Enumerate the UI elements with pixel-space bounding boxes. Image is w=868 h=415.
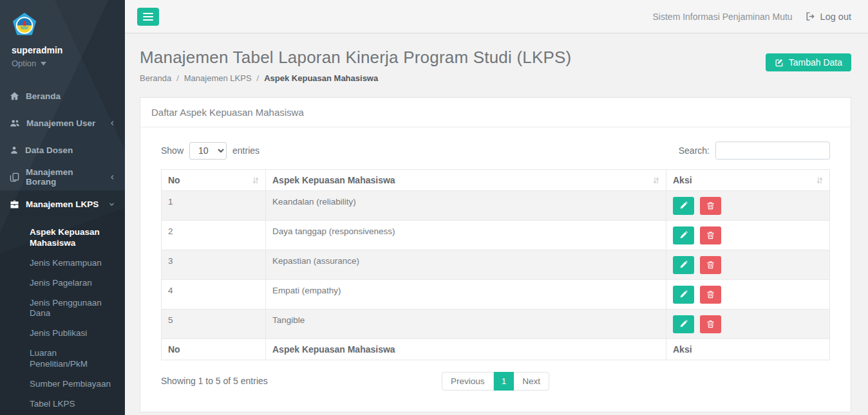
main-area: Sistem Informasi Penjaminan Mutu Log out… <box>125 0 868 415</box>
submenu-item-aspek-kepuasan-mahasiswa[interactable]: Aspek Kepuasan Mahasiswa <box>0 223 115 254</box>
breadcrumb-separator: / <box>176 73 179 83</box>
edit-button[interactable] <box>673 286 694 304</box>
submenu-item-jenis-penggunaan-dana[interactable]: Jenis Penggunaan Dana <box>0 293 125 324</box>
trash-icon <box>706 231 715 239</box>
footer-no: No <box>162 339 266 360</box>
pencil-icon <box>679 290 688 299</box>
table-footer-row: No Aspek Kepuasan Mahasiswa Aksi <box>162 339 830 360</box>
search-box: Search: <box>679 142 830 160</box>
delete-button[interactable] <box>700 197 721 215</box>
sidebar-item-label: Manajemen LKPS <box>26 199 99 209</box>
cell-no: 5 <box>162 309 266 339</box>
header-aspek[interactable]: Aspek Kepuasan Mahasiswa <box>266 170 666 191</box>
edit-button[interactable] <box>673 226 694 244</box>
cell-aspek: Empati (empathy) <box>266 280 666 309</box>
delete-button[interactable] <box>700 256 721 274</box>
table-row: 4 Empati (empathy) <box>162 280 830 309</box>
header-no[interactable]: No <box>162 170 266 191</box>
add-data-button[interactable]: Tambah Data <box>766 53 851 71</box>
delete-button[interactable] <box>700 226 721 244</box>
content-area: Manajemen Tabel Laporan Kinerja Program … <box>125 33 868 415</box>
cell-no: 2 <box>162 221 266 250</box>
panel-title: Daftar Aspek Kepuasan Mahasiswa <box>140 98 851 127</box>
sidebar-menu: Beranda Manajemen User Data Dosen Manaje… <box>0 82 125 217</box>
edit-button[interactable] <box>673 256 694 274</box>
sidebar-toggle-button[interactable] <box>137 8 159 26</box>
top-navbar: Sistem Informasi Penjaminan Mutu Log out <box>125 0 868 33</box>
delete-button[interactable] <box>700 286 721 304</box>
pencil-icon <box>679 261 688 269</box>
table-info: Showing 1 to 5 of 5 entries <box>161 376 268 386</box>
submenu-item-jenis-publikasi[interactable]: Jenis Publikasi <box>0 324 125 344</box>
length-menu: Show 10 entries <box>161 142 259 160</box>
university-logo-icon <box>12 13 37 39</box>
header-aksi[interactable]: Aksi <box>666 170 830 191</box>
page-number-button[interactable]: 1 <box>494 372 514 391</box>
caret-down-icon <box>41 62 46 66</box>
sidebar: superadmin Option Beranda Manajemen User… <box>0 0 125 415</box>
sort-icon <box>653 176 659 185</box>
submenu-item-luaran-penelitian-pkm[interactable]: Luaran Penelitian/PkM <box>0 344 125 374</box>
cell-aspek: Daya tanggap (responsiveness) <box>266 221 666 250</box>
sidebar-item-data-dosen[interactable]: Data Dosen <box>0 136 125 163</box>
data-panel: Daftar Aspek Kepuasan Mahasiswa Show 10 … <box>140 97 851 412</box>
cell-aspek: Tangible <box>266 309 666 339</box>
sidebar-user-panel: superadmin Option <box>0 0 125 76</box>
copy-icon <box>10 172 19 182</box>
sidebar-item-label: Beranda <box>26 91 61 101</box>
logout-button[interactable]: Log out <box>806 12 851 22</box>
breadcrumb-manajemen-lkps[interactable]: Manajemen LKPS <box>184 73 252 83</box>
edit-button[interactable] <box>673 315 694 333</box>
breadcrumb: Beranda / Manajemen LKPS / Aspek Kepuasa… <box>140 73 571 83</box>
sidebar-item-manajemen-borang[interactable]: Manajemen Borang <box>0 163 125 190</box>
chevron-down-icon <box>108 201 115 207</box>
table-row: 2 Daya tanggap (responsiveness) <box>162 221 830 250</box>
cell-aksi <box>666 309 830 339</box>
cell-aksi <box>666 280 830 309</box>
search-input[interactable] <box>715 142 830 160</box>
submenu-item-sumber-pembiayaan[interactable]: Sumber Pembiayaan <box>0 374 125 394</box>
sidebar-item-beranda[interactable]: Beranda <box>0 82 125 109</box>
cell-aksi <box>666 191 830 221</box>
page-title: Manajemen Tabel Laporan Kinerja Program … <box>140 48 571 68</box>
page-length-select[interactable]: 10 <box>189 142 227 160</box>
pencil-icon <box>679 320 688 328</box>
footer-aspek: Aspek Kepuasan Mahasiswa <box>266 339 666 360</box>
table-row: 1 Keandalan (reliability) <box>162 191 830 221</box>
submenu-item-jenis-kemampuan[interactable]: Jenis Kemampuan <box>0 254 125 273</box>
table-row: 3 Kepastian (assurance) <box>162 250 830 280</box>
submenu-item-jenis-pagelaran[interactable]: Jenis Pagelaran <box>0 273 125 293</box>
trash-icon <box>706 290 715 299</box>
chevron-left-icon <box>109 174 115 181</box>
option-label: Option <box>12 59 36 68</box>
sidebar-item-label: Manajemen Borang <box>26 167 103 187</box>
search-label: Search: <box>679 145 710 156</box>
system-name: Sistem Informasi Penjaminan Mutu <box>653 12 793 22</box>
sidebar-item-manajemen-lkps[interactable]: Manajemen LKPS <box>0 190 125 217</box>
chevron-left-icon <box>109 120 115 127</box>
cell-aspek: Keandalan (reliability) <box>266 191 666 221</box>
delete-button[interactable] <box>700 315 721 333</box>
sort-icon <box>816 176 823 185</box>
previous-page-button[interactable]: Previous <box>442 372 494 391</box>
breadcrumb-beranda[interactable]: Beranda <box>140 73 171 83</box>
sidebar-item-manajemen-user[interactable]: Manajemen User <box>0 109 125 136</box>
edit-button[interactable] <box>673 197 694 215</box>
logout-label: Log out <box>820 12 851 22</box>
pencil-icon <box>679 201 688 210</box>
submenu-item-tabel-lkps[interactable]: Tabel LKPS <box>0 394 125 414</box>
data-table: No Aspek Kepuasan Mahasiswa Aksi 1 Keand… <box>161 169 830 360</box>
next-page-button[interactable]: Next <box>514 372 549 391</box>
option-dropdown[interactable]: Option <box>12 59 46 68</box>
sign-out-icon <box>806 12 815 21</box>
table-controls: Show 10 entries Search: <box>161 142 830 160</box>
table-header-row: No Aspek Kepuasan Mahasiswa Aksi <box>162 170 830 191</box>
page-header: Manajemen Tabel Laporan Kinerja Program … <box>140 33 851 83</box>
trash-icon <box>706 261 715 269</box>
sidebar-item-label: Data Dosen <box>25 145 73 155</box>
edit-square-icon <box>775 58 784 67</box>
add-data-label: Tambah Data <box>789 57 842 68</box>
table-footer: Showing 1 to 5 of 5 entries Previous 1 N… <box>161 372 830 391</box>
cell-aksi <box>666 221 830 250</box>
home-icon <box>10 91 19 101</box>
